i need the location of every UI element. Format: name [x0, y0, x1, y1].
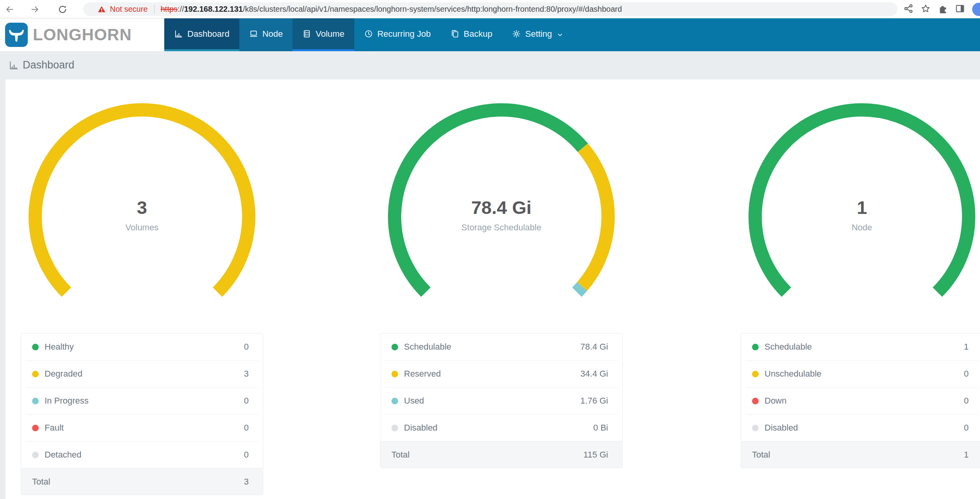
- extensions-button[interactable]: [938, 4, 948, 15]
- legend-value: 34.4 Gi: [580, 369, 608, 379]
- total-label: Total: [32, 477, 244, 487]
- legend-label: Unschedulable: [765, 369, 964, 379]
- longhorn-logo[interactable]: LONGHORN: [0, 18, 164, 51]
- tab-setting[interactable]: Setting: [502, 18, 573, 51]
- legend-row-detached: Detached0: [21, 442, 263, 468]
- avatar[interactable]: [972, 3, 980, 16]
- legend-value: 3: [244, 369, 249, 379]
- status-dot: [391, 371, 398, 377]
- legend-total-row: Total1: [741, 441, 980, 468]
- legend-total-row: Total115 Gi: [381, 441, 622, 468]
- breadcrumb-band: Dashboard: [0, 51, 980, 79]
- page-title: Dashboard: [23, 59, 74, 71]
- legend-value: 0: [964, 423, 969, 433]
- bar-chart-icon: [9, 60, 19, 70]
- legend-label: Schedulable: [404, 342, 580, 352]
- forward-button[interactable]: [29, 3, 41, 16]
- laptop-icon: [249, 29, 258, 38]
- back-icon: [5, 4, 15, 14]
- gauge-arc-used: [577, 287, 582, 292]
- backup-icon: [451, 29, 459, 38]
- legend-row-healthy: Healthy0: [21, 334, 263, 360]
- legend-value: 1: [964, 342, 969, 352]
- gauge-value: 1: [741, 197, 980, 219]
- gear-icon: [512, 29, 521, 38]
- gauge-value: 3: [21, 197, 263, 219]
- status-dot: [32, 398, 39, 404]
- legend-label: Healthy: [45, 342, 244, 352]
- tab-backup[interactable]: Backup: [441, 18, 502, 51]
- node-panel: 1 Node Schedulable1Unschedulable0Down0Di…: [741, 79, 980, 499]
- breadcrumb: Dashboard: [9, 59, 74, 71]
- legend-value: 0: [964, 369, 969, 379]
- status-dot: [752, 371, 759, 377]
- status-dot: [32, 371, 39, 377]
- url-host: 192.168.122.131: [184, 5, 243, 14]
- tab-volume[interactable]: Volume: [293, 18, 354, 51]
- volumes-panel: 3 Volumes Healthy0Degraded3In Progress0F…: [21, 79, 263, 499]
- storage-panel: 78.4 Gi Storage Schedulable Schedulable7…: [380, 79, 623, 499]
- tab-dashboard[interactable]: Dashboard: [164, 18, 239, 51]
- status-dot: [752, 398, 759, 404]
- gauge-value: 78.4 Gi: [380, 197, 623, 219]
- tab-label: Dashboard: [187, 29, 230, 39]
- status-dot: [752, 425, 759, 431]
- tab-label: Backup: [464, 29, 492, 39]
- volumes-legend-card: Healthy0Degraded3In Progress0Fault0Detac…: [21, 333, 263, 495]
- legend-row-degraded: Degraded3: [21, 361, 263, 387]
- url-scheme: https: [161, 5, 178, 14]
- status-dot: [391, 425, 398, 431]
- browser-toolbar: Not secure https://192.168.122.131/k8s/c…: [0, 0, 980, 18]
- legend-label: Disabled: [765, 423, 964, 433]
- legend-row-used: Used1.76 Gi: [381, 388, 622, 414]
- legend-row-reserved: Reserved34.4 Gi: [381, 361, 622, 387]
- tab-node[interactable]: Node: [239, 18, 293, 51]
- legend-label: Fault: [45, 423, 244, 433]
- tab-label: Recurring Job: [377, 29, 431, 39]
- legend-label: Disabled: [404, 423, 593, 433]
- legend-value: 0 Bi: [593, 423, 608, 433]
- legend-label: Degraded: [45, 369, 244, 379]
- legend-row-disabled: Disabled0 Bi: [381, 415, 622, 441]
- address-bar[interactable]: Not secure https://192.168.122.131/k8s/c…: [83, 2, 897, 16]
- star-icon: [921, 4, 931, 14]
- legend-label: Down: [765, 396, 964, 406]
- reload-button[interactable]: [56, 3, 69, 16]
- extensions-icon: [938, 4, 948, 14]
- status-dot: [32, 425, 39, 431]
- forward-icon: [30, 4, 40, 14]
- brand-name: LONGHORN: [33, 25, 132, 44]
- total-value: 115 Gi: [583, 450, 608, 460]
- legend-value: 0: [244, 342, 249, 352]
- legend-value: 78.4 Gi: [580, 342, 608, 352]
- legend-label: In Progress: [45, 396, 244, 406]
- legend-value: 0: [244, 423, 249, 433]
- tab-recurring-job[interactable]: Recurring Job: [354, 18, 441, 51]
- legend-row-fault: Fault0: [21, 415, 263, 441]
- side-panel-button[interactable]: [955, 4, 965, 15]
- legend-total-row: Total3: [21, 468, 263, 495]
- warning-icon: [97, 5, 106, 14]
- back-button[interactable]: [4, 3, 16, 16]
- legend-row-down: Down0: [741, 388, 980, 414]
- chevron-down-icon: [557, 32, 563, 38]
- security-label: Not secure: [110, 5, 148, 14]
- share-icon: [903, 4, 914, 14]
- longhorn-bull-icon: [5, 23, 28, 47]
- reload-icon: [57, 4, 68, 14]
- status-dot: [391, 398, 398, 404]
- clock-icon: [364, 29, 373, 38]
- app-header: LONGHORN Dashboard Node Volume Recurring…: [0, 18, 980, 51]
- bookmark-button[interactable]: [921, 4, 931, 15]
- status-dot: [32, 452, 39, 458]
- share-button[interactable]: [903, 4, 914, 15]
- legend-row-unschedulable: Unschedulable0: [741, 361, 980, 387]
- node-legend-card: Schedulable1Unschedulable0Down0Disabled0…: [741, 333, 980, 468]
- legend-label: Reserved: [404, 369, 580, 379]
- legend-label: Schedulable: [765, 342, 964, 352]
- total-label: Total: [752, 450, 964, 460]
- legend-row-schedulable: Schedulable78.4 Gi: [381, 334, 622, 360]
- gauge-caption: Node: [741, 221, 980, 234]
- legend-row-schedulable: Schedulable1: [741, 334, 980, 360]
- legend-value: 0: [244, 450, 249, 460]
